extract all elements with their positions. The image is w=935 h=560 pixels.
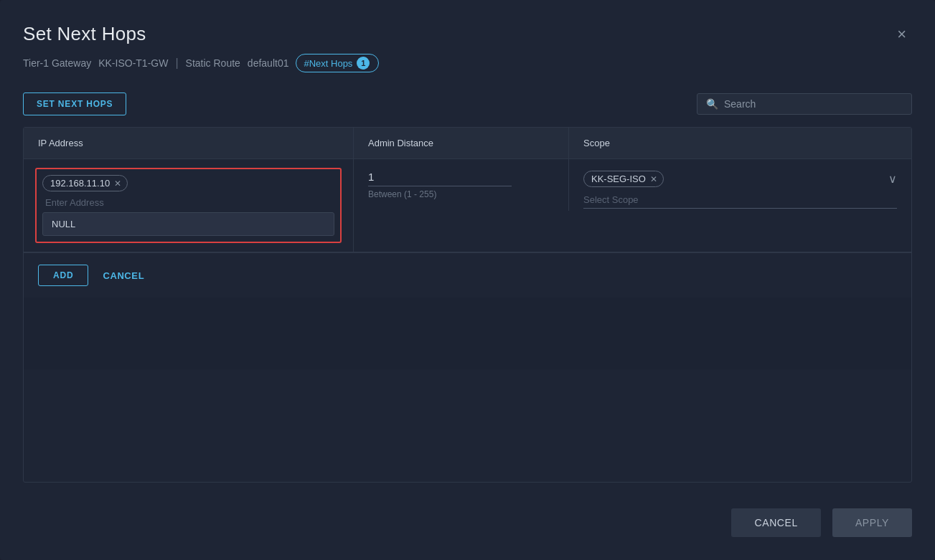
modal-container: Set Next Hops × Tier-1 Gateway KK-ISO-T1… <box>0 0 935 560</box>
ip-input-wrapper: 192.168.11.10 ✕ Enter Address NULL <box>35 168 342 243</box>
col-header-admin: Admin Distance <box>354 128 569 158</box>
footer-cancel-button[interactable]: CANCEL <box>731 508 820 537</box>
modal-header: Set Next Hops × <box>23 23 912 45</box>
scope-tag-value: KK-SEG-ISO <box>591 174 646 184</box>
breadcrumb-gateway: KK-ISO-T1-GW <box>98 57 168 69</box>
search-box: 🔍 <box>697 93 912 115</box>
ip-tag-close-icon[interactable]: ✕ <box>114 179 121 188</box>
scope-tag-close-icon[interactable]: ✕ <box>650 175 657 184</box>
breadcrumb-default: default01 <box>248 57 289 69</box>
scope-cell: KK-SEG-ISO ✕ ∨ <box>569 159 911 220</box>
admin-distance-hint: Between (1 - 255) <box>368 189 554 199</box>
ip-tag[interactable]: 192.168.11.10 ✕ <box>42 175 128 191</box>
enter-address-placeholder[interactable]: Enter Address <box>42 196 334 209</box>
ip-tag-value: 192.168.11.10 <box>50 178 110 189</box>
null-dropdown-option[interactable]: NULL <box>42 212 334 236</box>
scope-tag-row: KK-SEG-ISO ✕ ∨ <box>583 171 897 187</box>
breadcrumb: Tier-1 Gateway KK-ISO-T1-GW | Static Rou… <box>23 54 912 72</box>
breadcrumb-route: Static Route <box>186 57 240 69</box>
set-next-hops-button[interactable]: SET NEXT HOPS <box>23 92 126 115</box>
col-header-scope: Scope <box>569 128 911 158</box>
modal-footer: CANCEL APPLY <box>23 500 912 537</box>
add-button[interactable]: ADD <box>38 265 88 286</box>
admin-distance-value[interactable]: 1 <box>368 171 512 186</box>
table-container: IP Address Admin Distance Scope 192.168.… <box>23 127 912 483</box>
admin-distance-cell: 1 Between (1 - 255) <box>354 159 569 211</box>
scope-tag[interactable]: KK-SEG-ISO ✕ <box>583 171 664 187</box>
action-row: ADD CANCEL <box>24 252 911 298</box>
search-input[interactable] <box>724 98 903 110</box>
cancel-inline-button[interactable]: CANCEL <box>103 270 144 281</box>
ip-address-cell: 192.168.11.10 ✕ Enter Address NULL <box>24 159 354 252</box>
badge-label: #Next Hops <box>304 58 352 69</box>
empty-row <box>24 298 911 369</box>
close-button[interactable]: × <box>891 24 912 45</box>
table-header: IP Address Admin Distance Scope <box>24 128 911 159</box>
scope-select-input[interactable] <box>583 194 897 209</box>
breadcrumb-tier1: Tier-1 Gateway <box>23 57 91 69</box>
badge-count: 1 <box>357 57 370 70</box>
toolbar: SET NEXT HOPS 🔍 <box>23 92 912 115</box>
footer-apply-button[interactable]: APPLY <box>832 508 912 537</box>
table-row: 192.168.11.10 ✕ Enter Address NULL 1 Bet… <box>24 159 911 252</box>
modal-title: Set Next Hops <box>23 23 146 45</box>
search-icon: 🔍 <box>706 98 718 110</box>
breadcrumb-separator: | <box>175 57 178 70</box>
scope-chevron-down-icon[interactable]: ∨ <box>888 172 897 186</box>
ip-tag-row: 192.168.11.10 ✕ <box>42 175 334 191</box>
col-header-ip: IP Address <box>24 128 354 158</box>
next-hops-badge[interactable]: #Next Hops 1 <box>296 54 379 72</box>
